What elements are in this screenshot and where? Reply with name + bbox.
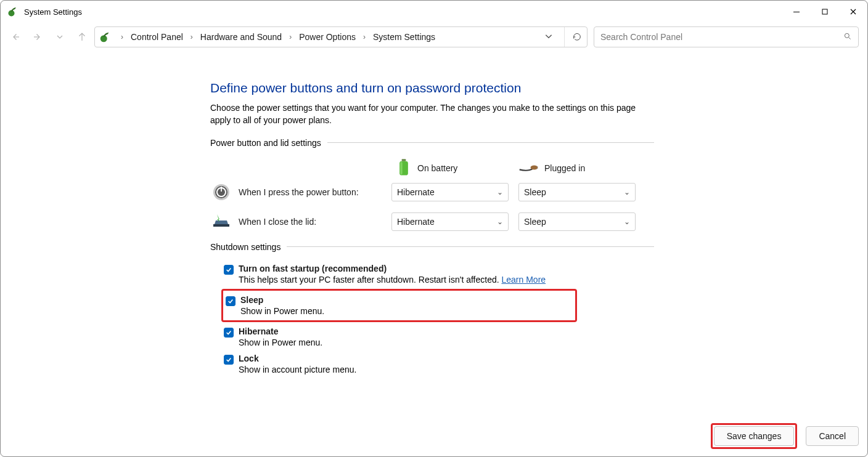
search-icon[interactable] [843, 32, 852, 42]
learn-more-link[interactable]: Learn More [502, 275, 546, 285]
checkbox[interactable] [224, 328, 234, 338]
address-icon [99, 30, 112, 44]
checkbox-title: Sleep [240, 295, 324, 305]
column-headers: On battery Plugged in [395, 158, 654, 179]
highlight-save: Save changes [711, 423, 798, 449]
column-on-battery: On battery [395, 158, 518, 179]
chevron-right-icon[interactable]: › [188, 33, 195, 41]
search-input[interactable] [600, 32, 843, 42]
row-label: When I close the lid: [232, 217, 391, 227]
svg-rect-11 [400, 161, 402, 174]
checkbox-description: Show in account picture menu. [239, 365, 356, 374]
address-row: › Control Panel › Hardware and Sound › P… [1, 23, 867, 54]
back-button[interactable] [9, 31, 22, 43]
window-title: System Settings [24, 7, 82, 17]
refresh-button[interactable] [564, 27, 582, 47]
content-area: Define power buttons and turn on passwor… [1, 61, 867, 417]
chevron-right-icon[interactable]: › [118, 33, 126, 41]
power-button-battery-dropdown[interactable]: Hibernate ⌄ [391, 183, 509, 201]
page-title: Define power buttons and turn on passwor… [210, 81, 654, 95]
svg-rect-14 [537, 168, 538, 168]
close-lid-plugged-dropdown[interactable]: Sleep ⌄ [518, 212, 636, 231]
checkbox[interactable] [226, 296, 235, 306]
close-lid-battery-dropdown[interactable]: Hibernate ⌄ [391, 212, 509, 231]
chevron-down-icon[interactable] [544, 32, 557, 42]
svg-rect-13 [537, 166, 538, 167]
checkbox-title: Lock [239, 354, 356, 363]
checkbox-title: Turn on fast startup (recommended) [239, 264, 546, 273]
power-button-plugged-dropdown[interactable]: Sleep ⌄ [518, 183, 636, 201]
battery-icon [395, 158, 412, 179]
chevron-down-icon: ⌄ [624, 188, 630, 196]
breadcrumb-item[interactable]: Control Panel [129, 31, 184, 43]
laptop-lid-icon [210, 213, 232, 230]
column-plugged-in: Plugged in [518, 161, 642, 176]
plug-icon [518, 161, 539, 176]
footer: Save changes Cancel [1, 423, 859, 449]
maximize-button[interactable] [811, 1, 839, 23]
chevron-right-icon[interactable]: › [287, 33, 294, 41]
forward-button[interactable] [31, 31, 44, 43]
checkbox-hibernate: Hibernate Show in Power menu. [224, 325, 654, 349]
address-bar[interactable]: › Control Panel › Hardware and Sound › P… [94, 26, 588, 47]
checkbox-title: Hibernate [239, 326, 322, 336]
page-description: Choose the power settings that you want … [210, 102, 642, 127]
checkbox-description: This helps start your PC faster after sh… [239, 275, 546, 285]
row-label: When I press the power button: [232, 187, 391, 197]
checkbox-description: Show in Power menu. [240, 306, 324, 316]
section-power-button-label: Power button and lid settings [210, 138, 654, 148]
breadcrumb-item[interactable]: System Settings [372, 31, 436, 43]
save-button[interactable]: Save changes [714, 426, 795, 446]
svg-point-7 [845, 33, 849, 38]
window-controls [782, 1, 867, 23]
chevron-down-icon: ⌄ [624, 217, 630, 226]
checkbox-fast-startup: Turn on fast startup (recommended) This … [224, 262, 654, 286]
window: System Settings [0, 0, 868, 457]
power-button-icon [210, 183, 232, 201]
checkbox-description: Show in Power menu. [239, 338, 322, 347]
chevron-down-icon: ⌄ [497, 188, 503, 196]
app-icon [7, 6, 19, 18]
svg-rect-2 [822, 9, 827, 14]
recent-dropdown-icon[interactable] [54, 31, 66, 43]
chevron-right-icon[interactable]: › [361, 33, 368, 41]
highlight-sleep: Sleep Show in Power menu. [221, 289, 577, 322]
svg-rect-1 [793, 12, 800, 12]
close-button[interactable] [839, 1, 867, 23]
search-box[interactable] [594, 26, 859, 47]
svg-point-12 [531, 165, 538, 169]
chevron-down-icon: ⌄ [497, 217, 503, 226]
column-label: Plugged in [544, 163, 585, 173]
nav-buttons [9, 31, 88, 43]
cancel-button[interactable]: Cancel [806, 426, 859, 446]
row-close-lid: When I close the lid: Hibernate ⌄ Sleep … [210, 212, 654, 231]
page: Define power buttons and turn on passwor… [210, 81, 654, 376]
checkbox-lock: Lock Show in account picture menu. [224, 352, 654, 376]
section-shutdown-label: Shutdown settings [210, 242, 654, 252]
breadcrumb-item[interactable]: Hardware and Sound [199, 31, 283, 43]
breadcrumb-item[interactable]: Power Options [298, 31, 357, 43]
minimize-button[interactable] [782, 1, 811, 23]
row-power-button: When I press the power button: Hibernate… [210, 183, 654, 201]
checkbox[interactable] [224, 355, 234, 365]
svg-rect-9 [402, 159, 406, 161]
checkbox-sleep: Sleep Show in Power menu. [226, 293, 575, 318]
titlebar: System Settings [1, 1, 867, 23]
column-label: On battery [417, 163, 457, 173]
checkbox[interactable] [224, 265, 234, 275]
svg-line-8 [849, 37, 851, 39]
up-button[interactable] [76, 31, 88, 43]
